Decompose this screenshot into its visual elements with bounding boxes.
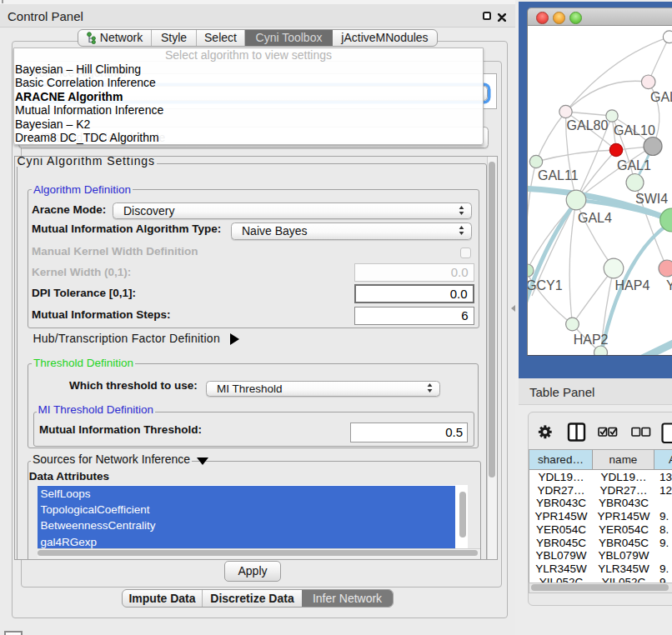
svg-text:GAL1: GAL1: [617, 158, 651, 172]
svg-text:GAL10: GAL10: [614, 123, 655, 138]
svg-text:GCY1: GCY1: [528, 278, 563, 292]
svg-text:GAL4: GAL4: [578, 211, 612, 225]
svg-text:Y: Y: [666, 278, 672, 292]
svg-text:SWI4: SWI4: [635, 192, 668, 206]
svg-text:HAP2: HAP2: [574, 332, 609, 347]
svg-text:GAL7: GAL7: [650, 90, 672, 104]
svg-text:HAP4: HAP4: [615, 278, 650, 292]
svg-text:GAL80: GAL80: [567, 118, 609, 132]
svg-text:GAL11: GAL11: [538, 168, 579, 182]
